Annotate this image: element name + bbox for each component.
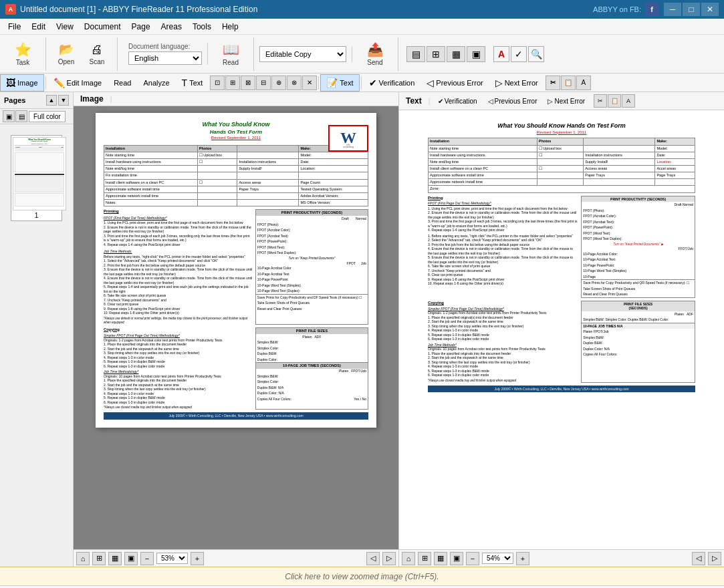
- bold-button[interactable]: ✂: [546, 76, 560, 90]
- menu-help[interactable]: Help: [217, 21, 244, 33]
- area-type-6[interactable]: ⊗: [287, 76, 301, 90]
- text-panel-content[interactable]: What You Should Know Hands On Test Form …: [399, 110, 724, 549]
- text-prev-error-btn[interactable]: ◁ Previous Error: [483, 96, 542, 107]
- image-home-button[interactable]: ⌂: [76, 552, 90, 565]
- font-a-btn[interactable]: A: [622, 94, 635, 108]
- text-view-3-button[interactable]: ▣: [450, 552, 463, 565]
- text-label-img: Text: [189, 79, 203, 87]
- main-toolbar: ⭐ Task 📂 Open 🖨 Scan Document language: …: [0, 35, 724, 74]
- app-icon: A: [5, 4, 16, 15]
- next-error-label: Next Error: [505, 79, 538, 87]
- view-btn-3[interactable]: ▦: [447, 46, 465, 62]
- image-zoom-select[interactable]: 53%: [156, 553, 188, 564]
- close-button[interactable]: ✕: [701, 3, 719, 16]
- text-panel-title: Text: [402, 96, 426, 106]
- verification-button[interactable]: ✔ Verification: [363, 74, 421, 92]
- image-panel: Image | What You Should Know Hands On Te…: [74, 92, 399, 567]
- view-btn-2[interactable]: ⊞: [427, 46, 445, 62]
- image-zoom-out-button[interactable]: −: [140, 552, 154, 565]
- text-prev-icon: ◁: [488, 98, 493, 105]
- pages-nav: ▲ ▼: [46, 95, 69, 106]
- font-color-btn[interactable]: A: [493, 46, 509, 62]
- pages-down-button[interactable]: ▼: [58, 95, 69, 106]
- menu-file[interactable]: File: [3, 21, 26, 33]
- menu-view[interactable]: View: [51, 21, 79, 33]
- separator-3: [361, 76, 362, 90]
- search-btn[interactable]: 🔍: [528, 46, 544, 62]
- image-scroll-right-button[interactable]: ▷: [382, 552, 396, 565]
- area-type-1[interactable]: ⊡: [210, 76, 225, 90]
- task-button[interactable]: ⭐ Task: [5, 37, 40, 71]
- text-verification-btn[interactable]: ✔ Verification: [433, 96, 482, 107]
- view-mode-2[interactable]: ▤: [15, 110, 27, 122]
- image-tab[interactable]: 🖼 Image: [0, 74, 44, 92]
- fb-icon[interactable]: f: [645, 3, 658, 16]
- image-scroll-left-button[interactable]: ◁: [366, 552, 380, 565]
- edit-image-label: Edit Image: [67, 79, 102, 87]
- area-type-3[interactable]: ⊠: [241, 76, 255, 90]
- text-home-button[interactable]: ⌂: [402, 552, 415, 565]
- menu-document[interactable]: Document: [79, 21, 126, 33]
- copy-btn[interactable]: 📋: [608, 94, 621, 108]
- text-button-img[interactable]: T Text: [176, 74, 209, 92]
- menu-areas[interactable]: Areas: [156, 21, 187, 33]
- view-btn-4[interactable]: ▣: [467, 46, 485, 62]
- maximize-button[interactable]: □: [683, 3, 700, 16]
- area-type-4[interactable]: ⊟: [256, 76, 271, 90]
- text-next-error-btn[interactable]: ▷ Next Error: [543, 96, 590, 107]
- read-button-2[interactable]: Read: [108, 76, 137, 90]
- image-panel-content[interactable]: What You Should Know Hands On Test Form …: [74, 106, 398, 549]
- font-size-button[interactable]: A: [576, 76, 591, 90]
- copy-text-button[interactable]: 📋: [561, 76, 576, 90]
- text-zoom-out-button[interactable]: −: [466, 552, 479, 565]
- main-content: Pages ▲ ▼ ▣ ▤ Full color What You Should…: [0, 92, 724, 567]
- next-error-button[interactable]: ▷ Next Error: [489, 74, 544, 92]
- text-tab[interactable]: 📝 Text: [320, 74, 359, 92]
- send-group: 📤 Send: [358, 37, 398, 71]
- menu-edit[interactable]: Edit: [26, 21, 51, 33]
- open-button[interactable]: 📂 Open: [51, 37, 81, 71]
- menu-page[interactable]: Page: [126, 21, 156, 33]
- menu-bar: File Edit View Document Page Areas Tools…: [0, 19, 724, 35]
- view-btn-1[interactable]: ▤: [406, 46, 425, 62]
- area-type-buttons: ⊡ ⊞ ⊠ ⊟ ⊕ ⊗ ✕: [210, 76, 317, 90]
- language-select[interactable]: English: [128, 51, 202, 65]
- image-tab-label: Image: [17, 79, 38, 87]
- text-zoom-in-button[interactable]: +: [516, 552, 529, 565]
- page-1-thumbnail[interactable]: What You Should Know Hands On Test Form …: [11, 135, 62, 221]
- image-view-1-button[interactable]: ⊞: [92, 552, 106, 565]
- full-color-button[interactable]: Full color: [29, 111, 66, 122]
- scan-button[interactable]: 🖨 Scan: [82, 37, 112, 71]
- view-mode-1[interactable]: ▣: [3, 110, 15, 122]
- text-view-1-button[interactable]: ⊞: [418, 552, 431, 565]
- read-label-2: Read: [114, 79, 131, 87]
- text-scroll-right-button[interactable]: ▷: [708, 552, 721, 565]
- text-verif-icon: ✔: [438, 98, 443, 105]
- image-view-2-button[interactable]: ▦: [108, 552, 122, 565]
- prev-error-button[interactable]: ◁ Previous Error: [420, 74, 489, 92]
- click-info-bar[interactable]: Click here to view zoomed image (Ctrl+F5…: [0, 567, 724, 585]
- window-controls: ─ □ ✕: [664, 3, 719, 16]
- image-zoom-in-button[interactable]: +: [191, 552, 204, 565]
- edit-image-button[interactable]: ✏️ Edit Image: [47, 74, 108, 92]
- pages-up-button[interactable]: ▲: [46, 95, 57, 106]
- minimize-button[interactable]: ─: [664, 3, 681, 16]
- area-type-2[interactable]: ⊞: [225, 76, 240, 90]
- copy-type-select[interactable]: Editable Copy: [259, 46, 346, 62]
- text-view-2-button[interactable]: ▦: [434, 552, 447, 565]
- analyze-button[interactable]: Analyze: [137, 76, 175, 90]
- cut-btn[interactable]: ✂: [594, 94, 607, 108]
- menu-tools[interactable]: Tools: [187, 21, 217, 33]
- pages-header: Pages ▲ ▼: [0, 92, 73, 109]
- view-mode-buttons: ▣ ▤: [3, 110, 27, 122]
- fb-link[interactable]: ABBYY on FB:: [593, 5, 641, 13]
- area-type-5[interactable]: ⊕: [271, 76, 286, 90]
- text-zoom-select[interactable]: 54%: [482, 553, 513, 564]
- send-button[interactable]: 📤 Send: [358, 37, 392, 71]
- read-button[interactable]: 📖 Read: [213, 37, 248, 71]
- image-view-3-button[interactable]: ▣: [124, 552, 138, 565]
- spell-btn[interactable]: ✓: [511, 46, 527, 62]
- close-area-btn[interactable]: ✕: [302, 76, 317, 90]
- text-scroll-left-button[interactable]: ◁: [692, 552, 705, 565]
- task-icon: ⭐: [15, 41, 31, 57]
